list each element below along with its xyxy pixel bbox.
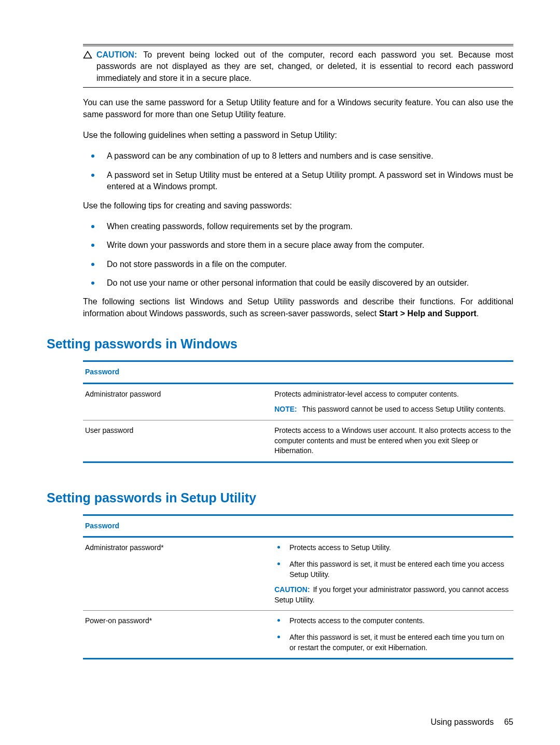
table-row: User password Protects access to a Windo… (83, 420, 513, 462)
footer-section: Using passwords (430, 716, 494, 728)
password-name: Administrator password* (83, 537, 272, 611)
bullet-icon (91, 174, 94, 177)
divider (83, 44, 513, 45)
section-heading-windows: Setting passwords in Windows (47, 335, 513, 353)
bullet-icon (91, 225, 94, 228)
page-footer: Using passwords 65 (47, 716, 513, 728)
list-item: After this password is set, it must be e… (274, 632, 511, 653)
password-desc: Protects administrator-level access to c… (272, 383, 513, 420)
paragraph: You can use the same password for a Setu… (83, 97, 513, 120)
section-heading-setup: Setting passwords in Setup Utility (47, 489, 513, 507)
caution-text: CAUTION:To prevent being locked out of t… (96, 49, 513, 84)
table-row: Administrator password* Protects access … (83, 537, 513, 611)
table-header-password: Password (83, 515, 272, 537)
paragraph: Use the following guidelines when settin… (83, 130, 513, 141)
table-header-empty (272, 515, 513, 537)
paragraph: The following sections list Windows and … (83, 296, 513, 319)
list-item: Do not use your name or other personal i… (83, 277, 513, 289)
bullet-icon (91, 154, 94, 158)
caution-icon (83, 50, 92, 60)
setup-passwords-table: Password Administrator password* Protect… (83, 514, 513, 659)
password-name: Power-on password* (83, 611, 272, 659)
caution-callout: CAUTION:To prevent being locked out of t… (83, 46, 513, 88)
footer-page-number: 65 (504, 716, 513, 728)
note-label: NOTE: (274, 405, 297, 413)
bullet-icon (91, 282, 94, 285)
list-item: Do not store passwords in a file on the … (83, 259, 513, 270)
bullet-icon (277, 636, 280, 638)
table-row: Administrator password Protects administ… (83, 383, 513, 420)
table-header-password: Password (83, 361, 272, 384)
password-name: User password (83, 420, 272, 462)
page-content: CAUTION:To prevent being locked out of t… (0, 0, 560, 745)
password-desc: Protects access to Setup Utility. After … (272, 537, 513, 611)
tips-list: When creating passwords, follow requirem… (83, 221, 513, 289)
table-header-empty (272, 361, 513, 384)
bullet-icon (277, 619, 280, 622)
list-item: A password set in Setup Utility must be … (83, 170, 513, 193)
caution-body: To prevent being locked out of the compu… (96, 50, 513, 82)
bullet-icon (91, 244, 94, 247)
windows-passwords-table: Password Administrator password Protects… (83, 360, 513, 463)
list-item: Write down your passwords and store them… (83, 240, 513, 251)
bullet-icon (277, 546, 280, 549)
password-desc: Protects access to the computer contents… (272, 611, 513, 659)
list-item: When creating passwords, follow requirem… (83, 221, 513, 232)
password-desc: Protects access to a Windows user accoun… (272, 420, 513, 462)
caution-label: CAUTION: (96, 50, 137, 59)
list-item: A password can be any combination of up … (83, 150, 513, 162)
paragraph: Use the following tips for creating and … (83, 200, 513, 212)
caution-label: CAUTION: (274, 585, 310, 594)
list-item: Protects access to the computer contents… (274, 616, 511, 626)
bullet-icon (91, 263, 94, 266)
guidelines-list: A password can be any combination of up … (83, 150, 513, 192)
list-item: After this password is set, it must be e… (274, 559, 511, 580)
list-item: Protects access to Setup Utility. (274, 543, 511, 553)
table-row: Power-on password* Protects access to th… (83, 611, 513, 659)
password-name: Administrator password (83, 383, 272, 420)
bullet-icon (277, 563, 280, 565)
